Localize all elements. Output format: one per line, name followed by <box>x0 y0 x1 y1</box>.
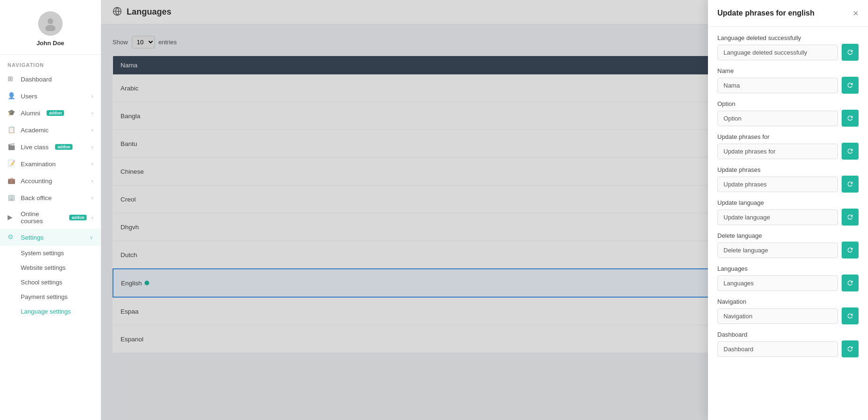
chevron-right-icon: › <box>91 93 93 99</box>
academic-icon: 📋 <box>8 126 16 134</box>
sidebar-item-label: Examination <box>21 161 56 168</box>
phrase-input-delete-language[interactable] <box>717 242 838 258</box>
phrase-row-update-phrases: Update phrases <box>717 166 859 193</box>
online-courses-icon: ▶ <box>8 213 16 222</box>
live-class-badge: addon <box>55 144 72 150</box>
phrase-input-navigation[interactable] <box>717 308 838 324</box>
phrase-input-update-language[interactable] <box>717 210 838 225</box>
phrase-label-update-phrases-for: Update phrases for <box>717 133 859 140</box>
phrase-label-language-deleted: Language deleted successfully <box>717 34 859 41</box>
panel-title: Update phrases for english <box>717 9 814 17</box>
phrase-row-navigation: Navigation <box>717 298 859 324</box>
phrase-label-update-phrases: Update phrases <box>717 166 859 173</box>
phrase-refresh-button-update-phrases[interactable] <box>842 176 859 193</box>
sidebar-item-label: Live class <box>21 144 48 151</box>
chevron-right-icon: › <box>91 110 93 116</box>
subnav-item-system-settings[interactable]: System settings <box>0 246 101 260</box>
phrase-refresh-button-name[interactable] <box>842 77 859 94</box>
phrase-refresh-button-languages[interactable] <box>842 275 859 291</box>
chevron-right-icon: › <box>91 195 93 201</box>
accounting-icon: 💼 <box>8 177 16 185</box>
sidebar-item-dashboard[interactable]: ⊞ Dashboard <box>0 71 101 88</box>
profile-name: John Doe <box>36 40 64 47</box>
chevron-right-icon: › <box>91 178 93 184</box>
chevron-right-icon: › <box>91 161 93 167</box>
phrase-label-update-language: Update language <box>717 199 859 206</box>
phrase-label-navigation: Navigation <box>717 298 859 305</box>
examination-icon: 📝 <box>8 160 16 168</box>
sidebar-item-alumni[interactable]: 🎓 Alumni addon › <box>0 105 101 121</box>
sidebar-item-label: Alumni <box>21 110 40 117</box>
phrase-input-language-deleted[interactable] <box>717 45 838 60</box>
phrase-label-name: Name <box>717 67 859 74</box>
sidebar-profile: John Doe <box>0 0 101 55</box>
phrase-input-option[interactable] <box>717 111 838 126</box>
phrase-row-name: Name <box>717 67 859 94</box>
phrase-refresh-button-option[interactable] <box>842 110 859 127</box>
alumni-icon: 🎓 <box>8 109 16 117</box>
phrase-refresh-button-language-deleted[interactable] <box>842 44 859 61</box>
phrase-row-language-deleted: Language deleted successfully <box>717 34 859 61</box>
subnav-item-website-settings[interactable]: Website settings <box>0 260 101 275</box>
chevron-down-icon: ∨ <box>89 234 93 241</box>
alumni-badge: addon <box>47 110 64 116</box>
panel-body: Language deleted successfullyNameOptionU… <box>708 27 868 420</box>
phrase-refresh-button-update-language[interactable] <box>842 209 859 226</box>
sidebar: John Doe NAVIGATION ⊞ Dashboard 👤 Users … <box>0 0 101 420</box>
chevron-right-icon: › <box>91 215 93 220</box>
phrase-row-languages: Languages <box>717 265 859 291</box>
sidebar-item-label: Settings <box>21 234 44 241</box>
phrase-label-languages: Languages <box>717 265 859 272</box>
dashboard-icon: ⊞ <box>8 75 16 83</box>
users-icon: 👤 <box>8 92 16 100</box>
phrase-refresh-button-dashboard[interactable] <box>842 340 859 357</box>
subnav-item-payment-settings[interactable]: Payment settings <box>0 290 101 304</box>
sidebar-item-users[interactable]: 👤 Users › <box>0 88 101 105</box>
phrase-row-option: Option <box>717 100 859 127</box>
sidebar-item-label: Dashboard <box>21 76 52 83</box>
online-courses-badge: addon <box>69 215 87 220</box>
subnav-item-language-settings[interactable]: Language settings <box>0 304 101 319</box>
phrase-input-languages[interactable] <box>717 275 838 291</box>
phrase-input-update-phrases[interactable] <box>717 177 838 192</box>
phrase-refresh-button-delete-language[interactable] <box>842 242 859 258</box>
svg-point-1 <box>45 25 56 31</box>
nav-section-label: NAVIGATION <box>0 55 101 71</box>
phrase-row-delete-language: Delete language <box>717 232 859 258</box>
settings-icon: ⚙ <box>8 233 16 242</box>
avatar <box>38 11 63 36</box>
svg-point-0 <box>48 18 53 24</box>
phrase-label-delete-language: Delete language <box>717 232 859 239</box>
phrase-row-dashboard: Dashboard <box>717 331 859 357</box>
sidebar-item-live-class[interactable]: 🎬 Live class addon › <box>0 138 101 155</box>
sidebar-item-back-office[interactable]: 🏢 Back office › <box>0 189 101 206</box>
sidebar-item-examination[interactable]: 📝 Examination › <box>0 155 101 172</box>
sidebar-item-settings[interactable]: ⚙ Settings ∨ <box>0 229 101 246</box>
subnav-item-school-settings[interactable]: School settings <box>0 275 101 290</box>
phrase-row-update-language: Update language <box>717 199 859 226</box>
sidebar-item-label: Back office <box>21 194 52 202</box>
phrase-input-name[interactable] <box>717 78 838 93</box>
phrase-label-option: Option <box>717 100 859 107</box>
chevron-right-icon: › <box>91 127 93 133</box>
settings-subnav: System settings Website settings School … <box>0 246 101 319</box>
sidebar-item-academic[interactable]: 📋 Academic › <box>0 121 101 138</box>
panel-close-button[interactable]: × <box>853 8 859 18</box>
sidebar-item-label: Users <box>21 93 37 100</box>
phrase-label-dashboard: Dashboard <box>717 331 859 338</box>
chevron-right-icon: › <box>91 144 93 150</box>
phrase-input-dashboard[interactable] <box>717 341 838 357</box>
side-panel: Update phrases for english × Language de… <box>708 0 868 420</box>
phrase-row-update-phrases-for: Update phrases for <box>717 133 859 160</box>
sidebar-item-label: Academic <box>21 127 48 134</box>
sidebar-item-online-courses[interactable]: ▶ Online courses addon › <box>0 206 101 229</box>
sidebar-item-label: Accounting <box>21 178 52 185</box>
back-office-icon: 🏢 <box>8 194 16 202</box>
sidebar-item-accounting[interactable]: 💼 Accounting › <box>0 172 101 189</box>
panel-header: Update phrases for english × <box>708 0 868 27</box>
phrase-refresh-button-navigation[interactable] <box>842 307 859 324</box>
phrase-refresh-button-update-phrases-for[interactable] <box>842 143 859 160</box>
sidebar-item-label: Online courses <box>21 210 63 225</box>
phrase-input-update-phrases-for[interactable] <box>717 144 838 159</box>
live-class-icon: 🎬 <box>8 143 16 151</box>
